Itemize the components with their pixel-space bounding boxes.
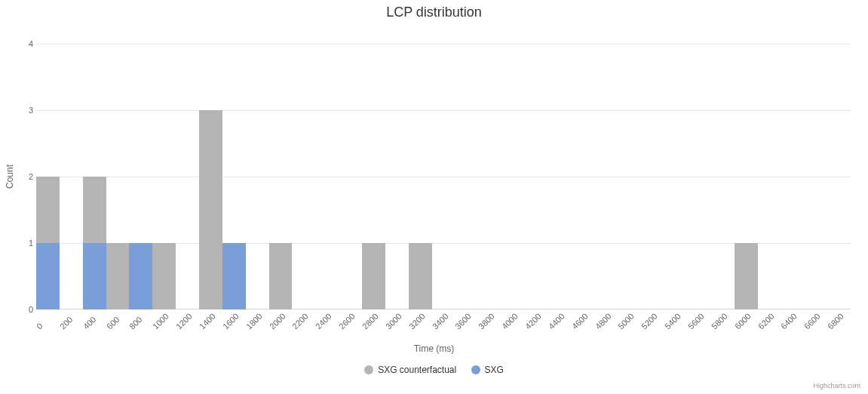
x-tick-label: 2000 (268, 312, 287, 331)
x-tick-label: 4000 (500, 312, 520, 331)
x-tick-label: 0 (35, 322, 44, 331)
y-tick-label: 4 (20, 39, 33, 48)
x-axis-label: Time (ms) (0, 343, 868, 354)
x-tick-label: 4800 (593, 312, 613, 331)
x-tick-label: 5400 (663, 312, 682, 331)
bar-sxg[interactable] (222, 243, 246, 309)
x-tick-label: 3800 (477, 312, 496, 331)
y-tick-label: 2 (20, 172, 33, 181)
bar-sxg-counterfactual[interactable] (199, 110, 222, 309)
x-tick-label: 5600 (686, 312, 706, 331)
x-tick-label: 6800 (826, 312, 845, 331)
x-tick-label: 5200 (639, 312, 659, 331)
x-tick-label: 1400 (198, 312, 217, 331)
x-tick-label: 600 (105, 315, 121, 331)
y-tick-label: 3 (20, 106, 33, 115)
x-tick-label: 1800 (244, 312, 264, 331)
x-tick-label: 6200 (756, 312, 776, 331)
legend-label: SXG counterfactual (378, 365, 456, 375)
chart-title: LCP distribution (0, 5, 868, 20)
gridline (36, 110, 851, 111)
x-tick-label: 5800 (710, 312, 729, 331)
x-tick-label: 3600 (453, 312, 473, 331)
x-tick-label: 4600 (570, 312, 590, 331)
legend-swatch (364, 365, 373, 374)
legend: SXG counterfactual SXG (0, 365, 868, 377)
y-tick-label: 0 (20, 305, 33, 314)
credit-link[interactable]: Highcharts.com (813, 382, 860, 389)
x-axis-ticks: 0200400600800100012001400160018002000220… (36, 311, 851, 341)
bar-sxg-counterfactual[interactable] (269, 243, 293, 309)
x-tick-label: 4400 (547, 312, 566, 331)
bar-sxg-counterfactual[interactable] (735, 243, 758, 309)
bar-sxg[interactable] (129, 243, 152, 309)
legend-item-sxg[interactable]: SXG (471, 365, 504, 375)
bar-sxg[interactable] (83, 243, 106, 309)
x-tick-label: 2200 (290, 312, 310, 331)
x-tick-label: 1200 (174, 312, 194, 331)
x-tick-label: 2600 (337, 312, 357, 331)
x-tick-label: 1000 (151, 312, 170, 331)
chart-container: LCP distribution Count 02004006008001000… (0, 0, 868, 394)
x-tick-label: 6000 (733, 312, 753, 331)
bar-sxg-counterfactual[interactable] (152, 243, 176, 309)
legend-swatch (471, 365, 480, 374)
legend-label: SXG (485, 365, 504, 375)
gridline (36, 44, 851, 45)
x-tick-label: 2400 (314, 312, 333, 331)
bar-sxg[interactable] (36, 243, 60, 309)
legend-item-sxg-counterfactual[interactable]: SXG counterfactual (364, 365, 456, 375)
x-tick-label: 800 (127, 315, 143, 331)
x-tick-label: 5000 (616, 312, 636, 331)
plot-area (36, 44, 851, 309)
x-tick-label: 6400 (779, 312, 799, 331)
x-tick-label: 1600 (221, 312, 241, 331)
x-tick-label: 2800 (360, 312, 380, 331)
y-tick-label: 1 (20, 239, 33, 248)
y-axis-label: Count (5, 165, 15, 189)
x-tick-label: 3200 (407, 312, 427, 331)
x-tick-label: 400 (81, 315, 97, 331)
bar-sxg-counterfactual[interactable] (409, 243, 432, 309)
x-tick-label: 3400 (431, 312, 450, 331)
x-tick-label: 6600 (802, 312, 822, 331)
x-tick-label: 200 (58, 315, 74, 331)
bar-sxg-counterfactual[interactable] (106, 243, 130, 309)
x-tick-label: 4200 (523, 312, 543, 331)
x-tick-label: 3000 (384, 312, 403, 331)
bar-sxg-counterfactual[interactable] (362, 243, 385, 309)
gridline (36, 177, 851, 177)
